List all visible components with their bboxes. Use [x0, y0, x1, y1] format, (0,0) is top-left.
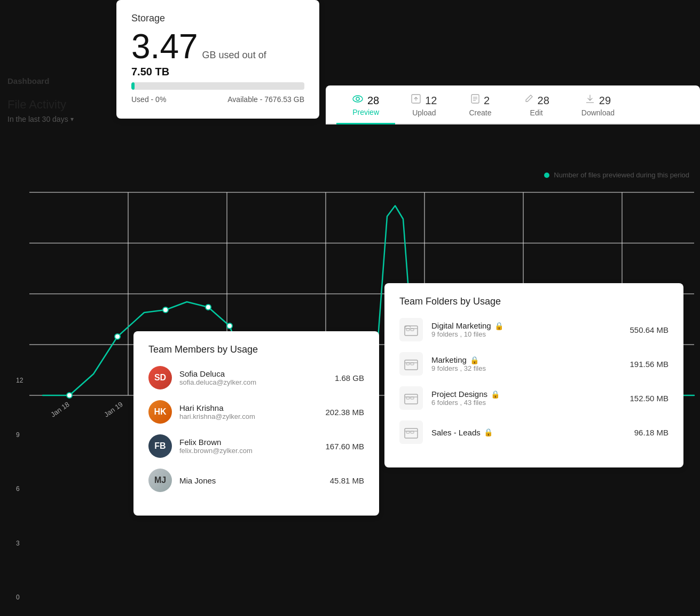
lock-icon: 🔒: [491, 390, 500, 399]
svg-point-23: [227, 323, 232, 329]
folder-icon-box: [399, 386, 423, 410]
storage-bar: [131, 82, 304, 90]
avatar: SD: [148, 366, 172, 389]
upload-icon: [411, 94, 421, 106]
file-activity-subtitle[interactable]: In the last 30 days ▾: [7, 115, 125, 123]
member-usage: 1.68 GB: [335, 373, 364, 383]
avatar-initials: FB: [154, 441, 166, 451]
svg-text:Jan 18: Jan 18: [49, 400, 71, 419]
table-row: FB Felix Brown felix.brown@zylker.com 16…: [148, 434, 364, 458]
storage-card: Storage 3.47 GB used out of 7.50 TB Used…: [116, 0, 319, 119]
list-item: Project Designs 🔒 6 folders , 43 files 1…: [399, 386, 668, 410]
team-members-title: Team Members by Usage: [148, 344, 364, 355]
folder-meta: 6 folders , 43 files: [431, 399, 621, 407]
storage-number: 3.47: [131, 29, 198, 64]
tab-edit[interactable]: 28 Edit: [508, 85, 565, 123]
tab-upload-num: 12: [425, 95, 437, 107]
svg-text:Jan 19: Jan 19: [103, 400, 124, 419]
tab-upload[interactable]: 12 Upload: [395, 85, 453, 123]
folder-icon: [404, 322, 419, 337]
folder-name: Marketing 🔒: [431, 355, 621, 364]
svg-point-1: [356, 97, 359, 100]
member-name: Hari Krishna: [179, 403, 318, 412]
member-email: felix.brown@zylker.com: [179, 447, 318, 455]
table-row: MJ Mia Jones 45.81 MB: [148, 469, 364, 492]
file-activity-title: File Activity: [7, 98, 125, 112]
tab-edit-num: 28: [538, 95, 549, 107]
folder-icon: [404, 391, 419, 406]
lock-icon: 🔒: [470, 356, 479, 364]
folder-icon-box: [399, 318, 423, 341]
chevron-down-icon: ▾: [70, 115, 74, 123]
chart-legend: Number of files previewed during this pe…: [544, 171, 689, 179]
folder-meta: 9 folders , 32 files: [431, 364, 621, 372]
folder-name: Project Designs 🔒: [431, 389, 621, 399]
folder-icon-box: [399, 420, 423, 444]
avatar-initials: HK: [154, 407, 166, 417]
legend-text: Number of files previewed during this pe…: [554, 171, 689, 179]
edit-icon: [524, 94, 533, 106]
y-label-0: 0: [16, 594, 23, 601]
folder-name: Sales - Leads 🔒: [431, 428, 626, 437]
tab-preview-num: 28: [367, 95, 379, 107]
y-label-6: 6: [16, 485, 23, 493]
create-icon: [471, 94, 479, 106]
storage-unit: GB used out of: [202, 50, 266, 61]
avatar-initials: MJ: [154, 475, 166, 485]
folder-info: Project Designs 🔒 6 folders , 43 files: [431, 389, 621, 407]
svg-point-22: [206, 305, 211, 310]
folder-usage: 152.50 MB: [630, 394, 668, 403]
member-usage: 45.81 MB: [330, 476, 364, 485]
dashboard-label: Dashboard: [7, 76, 49, 85]
file-activity-section: File Activity In the last 30 days ▾: [7, 98, 125, 123]
folder-icon: [404, 425, 419, 440]
lock-icon: 🔒: [484, 428, 493, 436]
activity-tabs-card: 28 Preview 12 Upload 2 Create: [326, 85, 700, 124]
tab-download[interactable]: 29 Download: [565, 85, 631, 123]
member-name: Mia Jones: [179, 476, 323, 485]
folder-icon-box: [399, 352, 423, 376]
folder-info: Marketing 🔒 9 folders , 32 files: [431, 355, 621, 372]
folder-usage: 96.18 MB: [634, 428, 668, 437]
tab-create-num: 2: [484, 95, 490, 107]
tab-upload-label: Upload: [412, 108, 436, 117]
storage-available-label: Available - 7676.53 GB: [227, 95, 304, 104]
list-item: Marketing 🔒 9 folders , 32 files 191.56 …: [399, 352, 668, 376]
folder-usage: 550.64 MB: [630, 325, 668, 334]
team-folders-title: Team Folders by Usage: [399, 296, 668, 307]
y-label-3: 3: [16, 540, 23, 547]
table-row: HK Hari Krishna hari.krishna@zylker.com …: [148, 400, 364, 424]
svg-point-19: [67, 393, 72, 398]
storage-bar-fill: [131, 82, 135, 90]
storage-total: 7.50 TB: [131, 66, 304, 78]
member-usage: 167.60 MB: [325, 442, 364, 451]
avatar: FB: [148, 434, 172, 458]
storage-stats: Used - 0% Available - 7676.53 GB: [131, 95, 304, 104]
avatar-initials: SD: [154, 373, 166, 383]
tab-create[interactable]: 2 Create: [453, 85, 508, 123]
team-folders-card: Team Folders by Usage Digital Marketing …: [384, 283, 683, 467]
folder-usage: 191.56 MB: [630, 360, 668, 369]
list-item: Digital Marketing 🔒 9 folders , 10 files…: [399, 318, 668, 341]
member-email: hari.krishna@zylker.com: [179, 412, 318, 420]
member-info: Felix Brown felix.brown@zylker.com: [179, 438, 318, 455]
avatar: MJ: [148, 469, 172, 492]
folder-info: Digital Marketing 🔒 9 folders , 10 files: [431, 321, 621, 338]
download-icon: [585, 94, 595, 106]
tab-preview[interactable]: 28 Preview: [336, 86, 395, 124]
legend-dot: [544, 173, 549, 178]
member-usage: 202.38 MB: [325, 408, 364, 417]
storage-used-label: Used - 0%: [131, 95, 166, 104]
folder-meta: 9 folders , 10 files: [431, 330, 621, 338]
svg-point-21: [163, 307, 168, 313]
folder-info: Sales - Leads 🔒: [431, 428, 626, 437]
tab-preview-label: Preview: [352, 108, 379, 116]
avatar: HK: [148, 400, 172, 424]
lock-icon: 🔒: [494, 322, 504, 330]
svg-point-20: [115, 334, 120, 339]
svg-point-0: [353, 96, 363, 102]
table-row: SD Sofia Deluca sofia.deluca@zylker.com …: [148, 366, 364, 389]
preview-icon: [352, 95, 363, 106]
storage-title: Storage: [131, 13, 304, 24]
member-info: Hari Krishna hari.krishna@zylker.com: [179, 403, 318, 420]
